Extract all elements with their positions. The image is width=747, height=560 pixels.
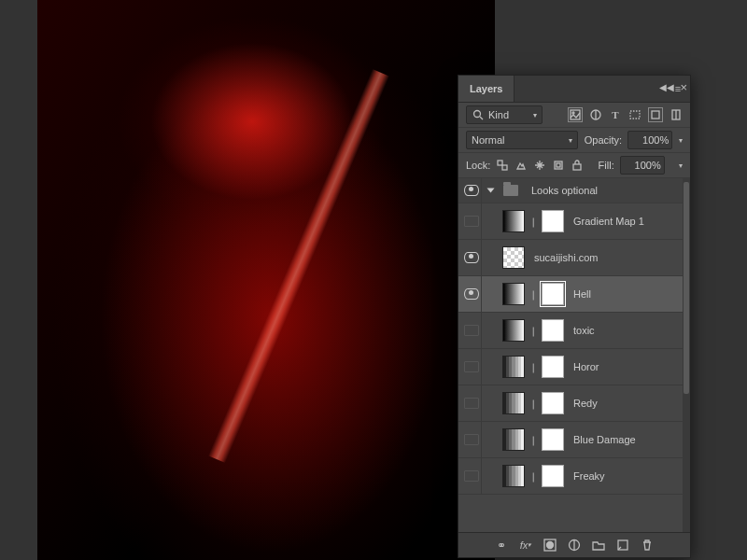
filter-image-icon[interactable]: [568, 107, 583, 122]
filter-artboard-icon[interactable]: [669, 108, 683, 121]
document-canvas[interactable]: [37, 0, 495, 560]
close-panel-icon[interactable]: ×: [680, 80, 687, 94]
visibility-toggle[interactable]: [462, 458, 482, 494]
mask-link-icon[interactable]: ❘: [529, 435, 538, 445]
layer-name-label[interactable]: Blue Damage: [573, 434, 636, 445]
mask-link-icon[interactable]: ❘: [529, 217, 538, 227]
layer-row[interactable]: sucaijishi.com: [458, 240, 683, 276]
layer-name-label[interactable]: sucaijishi.com: [534, 252, 598, 263]
layer-name-label[interactable]: Hell: [573, 288, 591, 300]
layer-thumbnail[interactable]: [502, 356, 525, 378]
layer-row[interactable]: ❘Gradient Map 1: [458, 203, 683, 240]
lock-row: Lock: Fill: 100% ▾: [458, 153, 690, 178]
scrollbar[interactable]: [683, 178, 690, 532]
blend-mode-value: Normal: [472, 134, 504, 146]
layer-row[interactable]: ❘Blue Damage: [458, 422, 683, 458]
layer-name-label[interactable]: Gradient Map 1: [573, 216, 644, 227]
tab-label: Layers: [470, 83, 502, 94]
layer-thumbnail[interactable]: [502, 210, 525, 232]
mask-thumbnail[interactable]: [542, 356, 564, 378]
layer-name-label[interactable]: Redy: [573, 398, 598, 409]
visibility-empty: [464, 398, 479, 409]
layer-name-label[interactable]: Horor: [573, 361, 599, 372]
opacity-input[interactable]: 100%: [627, 131, 672, 149]
opacity-label: Opacity:: [585, 134, 622, 146]
lock-position-icon[interactable]: [533, 159, 546, 172]
mask-link-icon[interactable]: ❘: [529, 289, 538, 300]
fx-icon[interactable]: fx▾: [519, 539, 533, 553]
layer-thumbnail[interactable]: [502, 392, 525, 414]
new-layer-icon[interactable]: [616, 539, 630, 553]
mask-thumbnail[interactable]: [542, 465, 564, 487]
tab-layers[interactable]: Layers: [458, 76, 514, 102]
mask-thumbnail[interactable]: [542, 283, 564, 305]
svg-point-3: [572, 112, 574, 114]
lock-all-icon[interactable]: [571, 159, 584, 172]
visibility-toggle[interactable]: [462, 349, 482, 385]
layer-row[interactable]: ❘toxic: [458, 313, 683, 349]
svg-rect-12: [557, 163, 560, 167]
filter-smartobject-icon[interactable]: [648, 107, 663, 122]
lock-image-icon[interactable]: [514, 159, 528, 172]
eye-icon: [464, 252, 479, 263]
svg-point-0: [474, 111, 481, 118]
lock-label: Lock:: [466, 160, 490, 171]
visibility-toggle[interactable]: [462, 313, 482, 348]
mask-thumbnail[interactable]: [542, 392, 564, 414]
mask-link-icon[interactable]: ❘: [529, 399, 538, 409]
svg-rect-5: [630, 111, 640, 119]
layer-thumbnail[interactable]: [502, 465, 525, 487]
visibility-toggle[interactable]: [462, 276, 482, 312]
svg-rect-11: [555, 161, 562, 169]
visibility-empty: [464, 470, 479, 482]
scrollbar-thumb[interactable]: [684, 182, 689, 394]
new-group-icon[interactable]: [592, 539, 606, 553]
filter-adjustment-icon[interactable]: [589, 108, 602, 121]
filter-type-icon[interactable]: T: [609, 108, 622, 121]
link-layers-icon[interactable]: ⚭: [495, 539, 509, 553]
visibility-empty: [464, 434, 479, 445]
visibility-toggle[interactable]: [462, 240, 482, 275]
add-mask-icon[interactable]: [543, 539, 557, 553]
adjustment-layer-icon[interactable]: [568, 539, 582, 553]
mask-link-icon[interactable]: ❘: [529, 471, 538, 482]
chevron-down-icon[interactable]: ▾: [679, 136, 683, 145]
mask-link-icon[interactable]: ❘: [529, 362, 538, 372]
svg-rect-13: [573, 164, 581, 170]
mask-thumbnail[interactable]: [542, 319, 564, 342]
visibility-toggle[interactable]: [462, 422, 482, 457]
filter-kind-dropdown[interactable]: Kind ▾: [466, 105, 543, 124]
layer-name-label[interactable]: Freaky: [573, 470, 605, 482]
layer-group[interactable]: Looks optional: [458, 178, 683, 203]
visibility-toggle[interactable]: [462, 178, 482, 203]
mask-thumbnail[interactable]: [542, 428, 564, 451]
layer-thumbnail[interactable]: [502, 319, 525, 342]
lock-artboard-icon[interactable]: [552, 159, 565, 172]
artwork: [37, 0, 495, 560]
layer-row[interactable]: ❘Horor: [458, 349, 683, 385]
fill-label: Fill:: [599, 160, 614, 171]
delete-layer-icon[interactable]: [641, 539, 655, 553]
filter-shape-icon[interactable]: [628, 108, 641, 121]
lock-transparent-icon[interactable]: [496, 159, 509, 172]
mask-link-icon[interactable]: ❘: [529, 326, 538, 336]
layer-thumbnail[interactable]: [502, 428, 525, 451]
blend-mode-dropdown[interactable]: Normal ▾: [466, 131, 578, 149]
disclosure-triangle-icon[interactable]: [487, 189, 495, 193]
collapse-panel-icon[interactable]: ◀◀: [659, 82, 674, 92]
visibility-toggle[interactable]: [462, 203, 482, 239]
layers-panel: Layers ≡ Kind ▾ T Normal ▾ Opacity:: [458, 75, 691, 558]
layer-name-label[interactable]: toxic: [573, 325, 595, 336]
fill-input[interactable]: 100%: [620, 156, 665, 175]
layer-thumbnail[interactable]: [502, 283, 525, 305]
layer-row[interactable]: ❘Hell: [458, 276, 683, 313]
layer-row[interactable]: ❘Redy: [458, 385, 683, 422]
chevron-down-icon[interactable]: ▾: [679, 161, 683, 170]
mask-thumbnail[interactable]: [542, 210, 564, 232]
filter-kind-label: Kind: [488, 109, 509, 120]
group-name: Looks optional: [531, 185, 598, 196]
layer-thumbnail[interactable]: [502, 246, 525, 269]
visibility-toggle[interactable]: [462, 385, 482, 421]
layer-row[interactable]: ❘Freaky: [458, 458, 683, 495]
svg-rect-6: [652, 111, 659, 119]
